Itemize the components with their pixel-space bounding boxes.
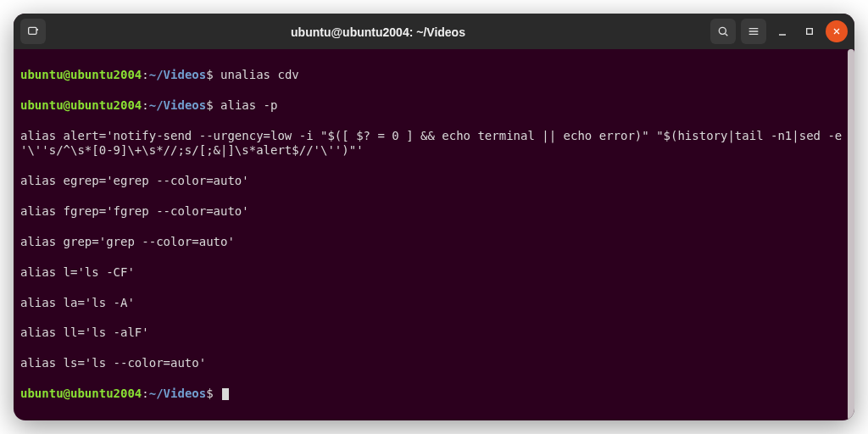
new-tab-icon	[26, 25, 40, 38]
terminal-window: ubuntu@ubuntu2004: ~/Videos	[14, 14, 854, 420]
command-2: alias -p	[220, 98, 277, 112]
command-1: unalias cdv	[220, 68, 299, 81]
output-line: alias ll='ls -alF'	[20, 326, 848, 341]
search-icon	[716, 25, 730, 38]
close-button[interactable]	[826, 20, 848, 42]
menu-button[interactable]	[741, 19, 766, 44]
svg-rect-0	[29, 27, 36, 34]
output-line: alias grep='grep --color=auto'	[20, 235, 848, 250]
cursor	[222, 388, 229, 400]
output-line: alias l='ls -CF'	[20, 265, 848, 281]
search-button[interactable]	[710, 19, 736, 44]
svg-point-1	[719, 27, 726, 34]
terminal-body[interactable]: ubuntu@ubuntu2004:~/Videos$ unalias cdv …	[14, 49, 854, 420]
prompt-path: ~/Videos	[149, 68, 206, 81]
new-tab-button[interactable]	[20, 19, 46, 44]
maximize-icon	[803, 25, 816, 38]
output-line: alias egrep='egrep --color=auto'	[20, 174, 848, 189]
output-line: alias ls='ls --color=auto'	[20, 356, 848, 371]
hamburger-icon	[747, 25, 760, 38]
scrollbar[interactable]	[848, 49, 854, 420]
close-icon	[832, 26, 842, 36]
minimize-button[interactable]	[771, 20, 793, 42]
titlebar[interactable]: ubuntu@ubuntu2004: ~/Videos	[14, 14, 854, 49]
output-line: alias alert='notify-send --urgency=low -…	[20, 129, 848, 159]
maximize-button[interactable]	[798, 20, 821, 42]
output-line: alias fgrep='fgrep --color=auto'	[20, 204, 848, 220]
window-title: ubuntu@ubuntu2004: ~/Videos	[291, 25, 465, 39]
output-line: alias la='ls -A'	[20, 296, 848, 311]
minimize-icon	[776, 25, 789, 38]
prompt-user: ubuntu@ubuntu2004	[20, 68, 142, 81]
svg-rect-2	[807, 29, 813, 35]
